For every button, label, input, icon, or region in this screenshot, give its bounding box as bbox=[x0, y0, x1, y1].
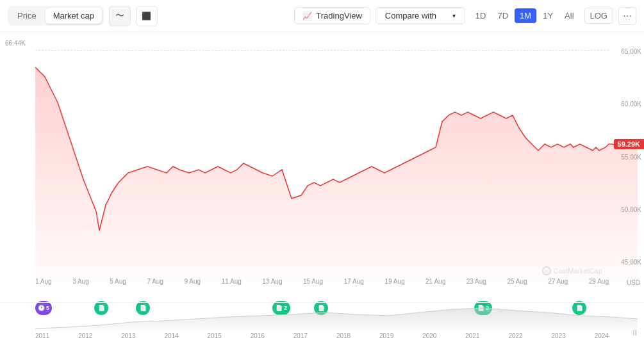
x-label-29aug: 29 Aug bbox=[589, 278, 609, 285]
line-chart-icon-btn[interactable]: 〜 bbox=[109, 6, 131, 26]
y-axis: 65.00K 60.00K 55.00K 50.00K 45.00K bbox=[621, 48, 641, 266]
price-tab[interactable]: Price bbox=[10, 8, 44, 24]
year-2017: 2017 bbox=[293, 332, 308, 339]
pause-icon[interactable]: ⏸ bbox=[631, 328, 639, 337]
time-7d-btn[interactable]: 7D bbox=[492, 8, 513, 23]
x-label-19aug: 19 Aug bbox=[384, 278, 404, 285]
watermark-text: CoinMarketCap bbox=[554, 267, 602, 275]
time-1d-btn[interactable]: 1D bbox=[470, 8, 491, 23]
more-options-btn[interactable]: ··· bbox=[618, 7, 636, 25]
y-label-60k: 60.00K bbox=[621, 101, 641, 108]
chart-container: 66.44K 65.00K 60.00K 55.00K 50.00K 45.00… bbox=[0, 32, 644, 349]
x-label-25aug: 25 Aug bbox=[507, 278, 527, 285]
main-chart-svg bbox=[35, 32, 638, 282]
x-label-17aug: 17 Aug bbox=[344, 278, 364, 285]
line-chart-icon: 〜 bbox=[115, 10, 124, 22]
candle-chart-icon-btn[interactable]: ⬛ bbox=[136, 6, 158, 26]
year-2015: 2015 bbox=[208, 332, 222, 339]
x-label-7aug: 7 Aug bbox=[147, 278, 163, 285]
x-label-5aug: 5 Aug bbox=[110, 278, 126, 285]
watermark-icon: M bbox=[542, 266, 551, 275]
y-label-50k: 50.00K bbox=[621, 206, 641, 213]
year-2011: 2011 bbox=[35, 332, 49, 339]
current-price-badge: 59.29K bbox=[614, 139, 644, 149]
time-1m-btn[interactable]: 1M bbox=[515, 8, 536, 23]
compare-label: Compare with bbox=[385, 11, 436, 20]
x-label-27aug: 27 Aug bbox=[548, 278, 568, 285]
candle-icon: ⬛ bbox=[142, 12, 151, 20]
x-axis: 1 Aug 3 Aug 5 Aug 7 Aug 9 Aug 11 Aug 13 … bbox=[35, 278, 609, 285]
chevron-down-icon: ▾ bbox=[452, 12, 456, 19]
time-all-btn[interactable]: All bbox=[559, 8, 579, 23]
x-label-13aug: 13 Aug bbox=[262, 278, 282, 285]
year-2020: 2020 bbox=[422, 332, 436, 339]
currency-label: USD bbox=[627, 279, 640, 286]
y-label-65k: 65.00K bbox=[621, 48, 641, 55]
year-2014: 2014 bbox=[164, 332, 178, 339]
top-dotted-line bbox=[35, 50, 609, 51]
year-2021: 2021 bbox=[465, 332, 479, 339]
compare-btn[interactable]: Compare with ▾ bbox=[376, 7, 465, 24]
x-label-15aug: 15 Aug bbox=[303, 278, 323, 285]
x-label-9aug: 9 Aug bbox=[185, 278, 201, 285]
x-label-3aug: 3 Aug bbox=[72, 278, 89, 285]
time-button-group: 1D 7D 1M 1Y All bbox=[470, 8, 579, 23]
tradingview-label: TradingView bbox=[316, 11, 362, 20]
tradingview-icon: 📈 bbox=[302, 12, 312, 20]
y-label-45k: 45.00K bbox=[621, 259, 641, 266]
x-label-1aug: 1 Aug bbox=[35, 278, 52, 285]
current-price-value: 59.29K bbox=[618, 140, 640, 148]
year-2018: 2018 bbox=[336, 332, 351, 339]
x-label-23aug: 23 Aug bbox=[466, 278, 486, 285]
toolbar: Price Market cap 〜 ⬛ 📈 TradingView Compa… bbox=[0, 0, 644, 32]
y-label-55k: 55.00K bbox=[621, 154, 641, 161]
year-2013: 2013 bbox=[121, 332, 135, 339]
mini-chart-svg bbox=[35, 303, 638, 332]
market-cap-tab[interactable]: Market cap bbox=[45, 8, 102, 24]
year-2019: 2019 bbox=[379, 332, 393, 339]
top-value-label: 66.44K bbox=[5, 40, 26, 47]
log-btn[interactable]: LOG bbox=[584, 8, 613, 24]
year-2024: 2024 bbox=[595, 332, 609, 339]
time-1y-btn[interactable]: 1Y bbox=[538, 8, 558, 23]
year-2012: 2012 bbox=[78, 332, 92, 339]
year-axis: 2011 2012 2013 2014 2015 2016 2017 2018 … bbox=[35, 332, 609, 339]
coinmarketcap-watermark: M CoinMarketCap bbox=[542, 266, 602, 275]
year-2023: 2023 bbox=[552, 332, 566, 339]
mini-chart-area: 2011 2012 2013 2014 2015 2016 2017 2018 … bbox=[0, 302, 644, 339]
tradingview-btn[interactable]: 📈 TradingView bbox=[294, 7, 370, 24]
chart-type-tabs: Price Market cap bbox=[8, 6, 104, 26]
x-label-21aug: 21 Aug bbox=[425, 278, 445, 285]
year-2016: 2016 bbox=[251, 332, 265, 339]
x-label-11aug: 11 Aug bbox=[222, 278, 242, 285]
year-2022: 2022 bbox=[508, 332, 522, 339]
